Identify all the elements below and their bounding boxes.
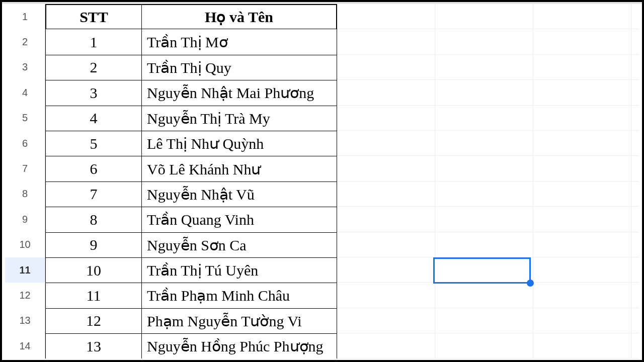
cell-empty[interactable]: [337, 232, 435, 257]
cell-stt[interactable]: 8: [45, 207, 142, 232]
row-number[interactable]: 7: [5, 156, 45, 181]
cell-name[interactable]: Nguyễn Hồng Phúc Phượng: [142, 333, 337, 358]
cell-empty[interactable]: [533, 4, 631, 29]
cell-name[interactable]: Phạm Nguyễn Tường Vi: [142, 308, 337, 333]
cell-empty[interactable]: [533, 283, 631, 307]
cell-name[interactable]: Trần Thị Quy: [142, 55, 337, 80]
cell-empty[interactable]: [337, 308, 435, 333]
row-number[interactable]: 12: [5, 283, 45, 308]
cell-name[interactable]: Trần Quang Vinh: [142, 207, 337, 232]
cell-name[interactable]: Trần Thị Mơ: [142, 29, 337, 54]
empty-cells: [337, 232, 639, 257]
row-number[interactable]: 4: [5, 80, 45, 105]
cell-empty[interactable]: [337, 80, 435, 105]
cell-empty[interactable]: [435, 257, 533, 282]
cell-empty[interactable]: [631, 232, 639, 257]
cell-name[interactable]: Nguyễn Thị Trà My: [142, 106, 337, 131]
cell-stt[interactable]: 11: [45, 283, 142, 308]
cell-name[interactable]: Trần Phạm Minh Châu: [142, 283, 337, 308]
cell-empty[interactable]: [631, 156, 639, 180]
cell-empty[interactable]: [533, 232, 631, 257]
cell-empty[interactable]: [533, 156, 631, 180]
cell-empty[interactable]: [533, 29, 631, 54]
cell-empty[interactable]: [435, 106, 533, 130]
cell-empty[interactable]: [631, 182, 639, 206]
cell-stt[interactable]: 10: [45, 257, 142, 283]
cell-empty[interactable]: [435, 29, 533, 54]
sheet-grid[interactable]: 1STTHọ và Tên21Trần Thị Mơ32Trần Thị Quy…: [5, 4, 639, 358]
cell-stt[interactable]: 7: [45, 182, 142, 207]
column-header-stt[interactable]: STT: [45, 4, 142, 29]
cell-stt[interactable]: 12: [45, 308, 142, 333]
cell-empty[interactable]: [533, 106, 631, 130]
column-header-name[interactable]: Họ và Tên: [142, 4, 337, 29]
cell-empty[interactable]: [631, 29, 639, 54]
cell-empty[interactable]: [533, 55, 631, 79]
row-number[interactable]: 1: [5, 4, 45, 29]
cell-empty[interactable]: [631, 4, 639, 29]
cell-stt[interactable]: 6: [45, 156, 142, 181]
row-number[interactable]: 2: [5, 29, 45, 54]
cell-empty[interactable]: [435, 182, 533, 206]
cell-empty[interactable]: [631, 333, 639, 358]
cell-empty[interactable]: [435, 283, 533, 307]
cell-empty[interactable]: [435, 333, 533, 358]
cell-empty[interactable]: [631, 131, 639, 155]
row-number[interactable]: 10: [5, 232, 45, 257]
cell-empty[interactable]: [533, 257, 631, 282]
cell-empty[interactable]: [631, 55, 639, 79]
cell-empty[interactable]: [533, 80, 631, 105]
cell-empty[interactable]: [631, 257, 639, 282]
cell-name[interactable]: Nguyễn Nhật Vũ: [142, 182, 337, 207]
cell-empty[interactable]: [337, 257, 435, 282]
cell-stt[interactable]: 9: [45, 232, 142, 257]
cell-empty[interactable]: [435, 308, 533, 333]
row-number[interactable]: 6: [5, 131, 45, 156]
cell-name[interactable]: Nguyễn Sơn Ca: [142, 232, 337, 257]
cell-empty[interactable]: [533, 131, 631, 155]
cell-name[interactable]: Lê Thị Như Quỳnh: [142, 131, 337, 156]
cell-empty[interactable]: [435, 156, 533, 180]
row-number[interactable]: 13: [5, 308, 45, 333]
cell-empty[interactable]: [435, 131, 533, 155]
cell-stt[interactable]: 5: [45, 131, 142, 156]
cell-empty[interactable]: [435, 4, 533, 29]
row-number[interactable]: 5: [5, 106, 45, 131]
row-number[interactable]: 9: [5, 207, 45, 232]
cell-empty[interactable]: [337, 182, 435, 206]
cell-empty[interactable]: [631, 308, 639, 333]
row-number[interactable]: 8: [5, 182, 45, 207]
cell-name[interactable]: Võ Lê Khánh Như: [142, 156, 337, 181]
cell-empty[interactable]: [533, 207, 631, 231]
cell-empty[interactable]: [435, 80, 533, 105]
cell-name[interactable]: Trần Thị Tú Uyên: [142, 257, 337, 283]
cell-empty[interactable]: [631, 80, 639, 105]
cell-empty[interactable]: [337, 131, 435, 155]
cell-empty[interactable]: [337, 283, 435, 307]
cell-name[interactable]: Nguyễn Nhật Mai Phương: [142, 80, 337, 105]
cell-empty[interactable]: [435, 232, 533, 257]
cell-empty[interactable]: [337, 4, 435, 29]
cell-empty[interactable]: [337, 29, 435, 54]
cell-empty[interactable]: [533, 333, 631, 358]
cell-empty[interactable]: [631, 106, 639, 130]
cell-empty[interactable]: [337, 333, 435, 358]
cell-stt[interactable]: 1: [45, 29, 142, 54]
row-number[interactable]: 14: [5, 333, 45, 358]
cell-stt[interactable]: 2: [45, 55, 142, 80]
cell-empty[interactable]: [337, 207, 435, 231]
cell-empty[interactable]: [337, 55, 435, 79]
cell-empty[interactable]: [435, 55, 533, 79]
cell-empty[interactable]: [533, 182, 631, 206]
cell-empty[interactable]: [631, 283, 639, 307]
cell-stt[interactable]: 13: [45, 333, 142, 358]
cell-empty[interactable]: [631, 207, 639, 231]
cell-empty[interactable]: [533, 308, 631, 333]
cell-stt[interactable]: 3: [45, 80, 142, 105]
row-number[interactable]: 11: [5, 257, 45, 283]
row-number[interactable]: 3: [5, 55, 45, 80]
cell-empty[interactable]: [337, 156, 435, 180]
cell-stt[interactable]: 4: [45, 106, 142, 131]
cell-empty[interactable]: [435, 207, 533, 231]
cell-empty[interactable]: [337, 106, 435, 130]
